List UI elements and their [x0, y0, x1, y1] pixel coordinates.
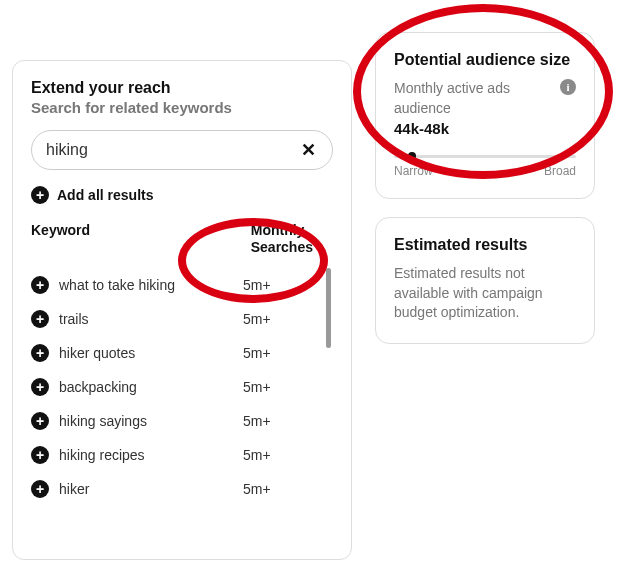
right-column: Potential audience size Monthly active a… — [375, 32, 595, 362]
slider-broad-label: Broad — [544, 164, 576, 178]
slider-narrow-label: Narrow — [394, 164, 433, 178]
add-keyword-icon[interactable]: + — [31, 378, 49, 396]
header-monthly-searches: MonthlySearches — [251, 222, 313, 256]
audience-subtitle: Monthly active ads audience — [394, 79, 560, 118]
audience-size-card: Potential audience size Monthly active a… — [375, 32, 595, 199]
scrollbar-thumb[interactable] — [326, 268, 331, 348]
add-all-results-button[interactable]: + Add all results — [31, 186, 333, 204]
keyword-value: 5m+ — [243, 447, 313, 463]
add-keyword-icon[interactable]: + — [31, 310, 49, 328]
add-all-label: Add all results — [57, 187, 153, 203]
add-keyword-icon[interactable]: + — [31, 446, 49, 464]
keyword-name: backpacking — [59, 379, 233, 395]
keyword-value: 5m+ — [243, 311, 313, 327]
keyword-name: hiking recipes — [59, 447, 233, 463]
info-icon[interactable]: i — [560, 79, 576, 95]
keyword-name: trails — [59, 311, 233, 327]
audience-title: Potential audience size — [394, 51, 576, 69]
plus-icon: + — [31, 186, 49, 204]
add-keyword-icon[interactable]: + — [31, 276, 49, 294]
panel-title: Extend your reach — [31, 79, 333, 97]
keyword-row: + hiker 5m+ — [31, 472, 333, 506]
keyword-name: hiker quotes — [59, 345, 233, 361]
estimated-results-card: Estimated results Estimated results not … — [375, 217, 595, 344]
keyword-list: + what to take hiking 5m+ + trails 5m+ +… — [31, 268, 333, 506]
est-title: Estimated results — [394, 236, 576, 254]
keyword-search-wrap: ✕ — [31, 130, 333, 170]
keyword-value: 5m+ — [243, 379, 313, 395]
extend-reach-panel: Extend your reach Search for related key… — [12, 60, 352, 560]
panel-subtitle: Search for related keywords — [31, 99, 333, 116]
keyword-value: 5m+ — [243, 481, 313, 497]
keyword-value: 5m+ — [243, 345, 313, 361]
keyword-row: + hiking sayings 5m+ — [31, 404, 333, 438]
add-keyword-icon[interactable]: + — [31, 344, 49, 362]
keyword-row: + hiker quotes 5m+ — [31, 336, 333, 370]
clear-icon[interactable]: ✕ — [299, 139, 318, 161]
audience-value: 44k-48k — [394, 120, 560, 137]
keyword-search-input[interactable] — [46, 141, 299, 159]
keyword-name: what to take hiking — [59, 277, 233, 293]
keyword-value: 5m+ — [243, 277, 313, 293]
keyword-row: + backpacking 5m+ — [31, 370, 333, 404]
add-keyword-icon[interactable]: + — [31, 480, 49, 498]
slider-handle[interactable] — [408, 152, 416, 160]
keyword-row: + hiking recipes 5m+ — [31, 438, 333, 472]
add-keyword-icon[interactable]: + — [31, 412, 49, 430]
header-keyword: Keyword — [31, 222, 90, 238]
audience-body: Monthly active ads audience 44k-48k i — [394, 79, 576, 137]
keyword-row: + what to take hiking 5m+ — [31, 268, 333, 302]
keyword-row: + trails 5m+ — [31, 302, 333, 336]
slider-track[interactable] — [394, 155, 576, 158]
keyword-name: hiking sayings — [59, 413, 233, 429]
keyword-table-header: Keyword MonthlySearches — [31, 222, 333, 256]
est-body: Estimated results not available with cam… — [394, 264, 576, 323]
keyword-name: hiker — [59, 481, 233, 497]
keyword-value: 5m+ — [243, 413, 313, 429]
audience-slider: Narrow Broad — [394, 155, 576, 178]
slider-labels: Narrow Broad — [394, 164, 576, 178]
